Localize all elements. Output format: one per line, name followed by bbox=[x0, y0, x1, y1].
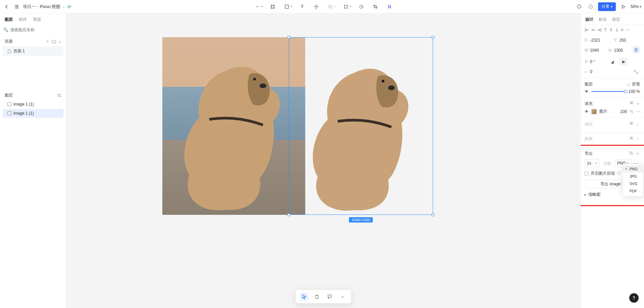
constrain-proportions-icon[interactable]: ⛓ bbox=[633, 46, 640, 54]
more-tools-icon[interactable]: » bbox=[338, 293, 346, 301]
blend-diamond-icon[interactable]: ◇ bbox=[627, 82, 630, 87]
format-option-svg[interactable]: SVG bbox=[623, 180, 643, 187]
comment-tool-icon[interactable] bbox=[326, 293, 334, 301]
zoom-dropdown[interactable]: 50%▾ bbox=[631, 4, 641, 9]
format-option-pdf[interactable]: PDF bbox=[623, 187, 643, 195]
layer-item[interactable]: image 1 (1) bbox=[3, 100, 63, 109]
independent-corners-icon[interactable] bbox=[632, 68, 640, 76]
mask-tool-icon[interactable] bbox=[357, 3, 365, 11]
resize-handle-bl[interactable] bbox=[287, 213, 290, 216]
shape-tool-icon[interactable] bbox=[283, 3, 291, 11]
align-bottom-icon[interactable]: ⤓ bbox=[615, 27, 619, 32]
layer-search[interactable]: 🔍 bbox=[3, 26, 63, 34]
align-left-icon[interactable]: |⇤ bbox=[585, 27, 589, 32]
page-folder-icon[interactable] bbox=[52, 39, 56, 44]
resize-handle-tr[interactable] bbox=[432, 36, 434, 39]
tab-layers[interactable]: 图层 bbox=[5, 17, 13, 22]
add-tool-icon[interactable]: ＋ bbox=[253, 3, 261, 11]
share-button[interactable]: 分享▾ bbox=[598, 2, 616, 11]
align-center-h-icon[interactable]: ⇔ bbox=[591, 27, 595, 32]
move-tool-icon[interactable] bbox=[312, 3, 320, 11]
frame-tool-icon[interactable] bbox=[269, 3, 277, 11]
extension-icon[interactable] bbox=[575, 3, 583, 11]
menu-icon[interactable] bbox=[13, 3, 21, 11]
more-align-icon[interactable]: ⋯ bbox=[626, 27, 630, 32]
resize-handle-br[interactable] bbox=[432, 213, 434, 216]
collapse-pages-icon[interactable]: ⌄ bbox=[58, 39, 61, 44]
tab-assets[interactable]: 资源 bbox=[33, 17, 41, 22]
export-suffix-label[interactable]: 后缀 bbox=[602, 161, 612, 166]
y-value[interactable]: 263 bbox=[620, 38, 626, 43]
right-tabs: 设计 标注 原型 bbox=[581, 13, 644, 25]
fill-swatch[interactable] bbox=[591, 109, 597, 114]
chevron-down-icon[interactable]: ⌄ bbox=[62, 4, 65, 9]
format-option-jpg[interactable]: JPG bbox=[623, 173, 643, 180]
canvas[interactable]: 1040×1300 » bbox=[66, 13, 580, 308]
layer-settings-icon[interactable] bbox=[57, 93, 61, 98]
w-value[interactable]: 1040 bbox=[590, 48, 599, 53]
h-value[interactable]: 1300 bbox=[614, 48, 623, 53]
dog-cutout-illustration bbox=[289, 38, 433, 215]
text-tool-icon[interactable]: T bbox=[298, 3, 306, 11]
blend-mode[interactable]: 穿透 bbox=[632, 81, 640, 87]
fill-visibility-icon[interactable]: 👁 bbox=[585, 109, 589, 114]
chevron-down-icon[interactable]: ▾ bbox=[291, 5, 292, 8]
chevron-down-icon[interactable]: ▾ bbox=[261, 5, 263, 8]
distribute-h-icon[interactable]: ≡ bbox=[621, 27, 623, 32]
add-stroke-icon[interactable]: ＋ bbox=[636, 121, 640, 127]
boolean-tool-icon[interactable] bbox=[326, 3, 334, 11]
page-icon bbox=[7, 49, 11, 53]
tab-components[interactable]: 组件 bbox=[19, 17, 27, 22]
rotation-value[interactable]: 0 ° bbox=[590, 59, 595, 64]
fill-opacity[interactable]: 100 bbox=[620, 109, 627, 114]
compress-help-icon[interactable]: ⓘ bbox=[617, 171, 621, 176]
tab-annotate[interactable]: 标注 bbox=[599, 17, 607, 22]
tab-design[interactable]: 设计 bbox=[585, 17, 593, 22]
visibility-icon[interactable]: 👁 bbox=[585, 89, 589, 94]
format-option-png[interactable]: PNG bbox=[623, 165, 643, 173]
opacity-slider[interactable] bbox=[591, 91, 626, 92]
crop-tool-icon[interactable] bbox=[371, 3, 379, 11]
back-icon[interactable] bbox=[3, 3, 11, 11]
corner-value[interactable]: 0 bbox=[590, 69, 592, 74]
edit-object-tool-icon[interactable] bbox=[342, 3, 350, 11]
layer-item[interactable]: image 1 (1) bbox=[3, 109, 63, 118]
play-icon[interactable] bbox=[619, 3, 627, 11]
export-scale-dropdown[interactable]: 1x▾ bbox=[585, 159, 599, 167]
add-fill-icon[interactable]: ＋ bbox=[636, 101, 640, 107]
chevron-down-icon[interactable]: ▾ bbox=[334, 5, 336, 8]
chevron-down-icon[interactable]: ▾ bbox=[350, 5, 351, 8]
search-input[interactable] bbox=[10, 27, 63, 32]
add-export-icon[interactable]: ＋ bbox=[636, 151, 640, 157]
page-item[interactable]: 页面 1 bbox=[3, 46, 63, 56]
align-right-icon[interactable]: ⇥| bbox=[597, 27, 601, 32]
fill-type[interactable]: 图片 bbox=[599, 109, 607, 114]
hint-icon[interactable] bbox=[587, 3, 595, 11]
pointer-tool-icon[interactable] bbox=[300, 293, 308, 301]
export-settings-icon[interactable] bbox=[629, 151, 633, 157]
compress-checkbox[interactable] bbox=[585, 172, 589, 176]
x-value[interactable]: -2321 bbox=[590, 38, 600, 43]
resize-handle-tl[interactable] bbox=[287, 36, 290, 39]
ai-tool-icon[interactable]: N bbox=[385, 3, 393, 11]
flip-horizontal-icon[interactable]: ◢ bbox=[608, 58, 616, 66]
align-center-v-icon[interactable]: ⇕ bbox=[609, 27, 613, 32]
remove-fill-icon[interactable]: — bbox=[636, 109, 640, 114]
svg-point-7 bbox=[347, 7, 348, 8]
hand-tool-icon[interactable] bbox=[313, 293, 321, 301]
help-button[interactable]: ? bbox=[629, 293, 639, 303]
add-effect-icon[interactable]: ＋ bbox=[636, 136, 640, 142]
selection-box[interactable]: 1040×1300 bbox=[289, 37, 433, 215]
add-page-icon[interactable]: ＋ bbox=[46, 39, 50, 44]
share-label: 分享 bbox=[601, 4, 609, 9]
layers-label: 图层 bbox=[5, 93, 13, 98]
flip-vertical-icon[interactable]: ▶ bbox=[620, 58, 628, 66]
opacity-value[interactable]: 100 % bbox=[629, 89, 640, 94]
left-panel: 图层 组件 资源 🔍 页面 ＋ ⌄ 页面 1 图层 bbox=[0, 13, 66, 308]
chevron-down-icon[interactable]: ▾ bbox=[611, 5, 612, 8]
tab-prototype[interactable]: 原型 bbox=[612, 17, 620, 22]
breadcrumb[interactable]: 项目一 / Pixso 抠图 ⌄ bbox=[23, 4, 65, 10]
canvas-image-original[interactable] bbox=[162, 37, 305, 215]
format-dropdown-menu: PNG JPG SVG PDF bbox=[623, 164, 643, 196]
align-top-icon[interactable]: ⤒ bbox=[604, 27, 607, 32]
